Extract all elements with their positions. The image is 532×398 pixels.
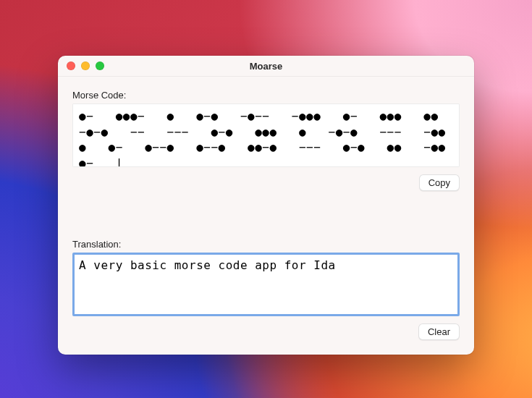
morse-code-input[interactable] [72, 103, 460, 167]
morse-code-label: Morse Code: [72, 90, 460, 101]
clear-button[interactable]: Clear [418, 323, 460, 340]
zoom-icon[interactable] [96, 62, 104, 70]
window-title: Moarse [58, 61, 474, 72]
app-window: Moarse Morse Code: Copy Translation: Cle… [58, 56, 474, 355]
copy-button[interactable]: Copy [419, 174, 460, 191]
traffic-lights [58, 62, 104, 70]
translation-label: Translation: [72, 239, 460, 250]
window-content: Morse Code: Copy Translation: Clear [58, 77, 474, 355]
translation-input[interactable] [72, 253, 460, 316]
close-icon[interactable] [67, 62, 75, 70]
minimize-icon[interactable] [81, 62, 90, 70]
titlebar[interactable]: Moarse [58, 56, 474, 77]
